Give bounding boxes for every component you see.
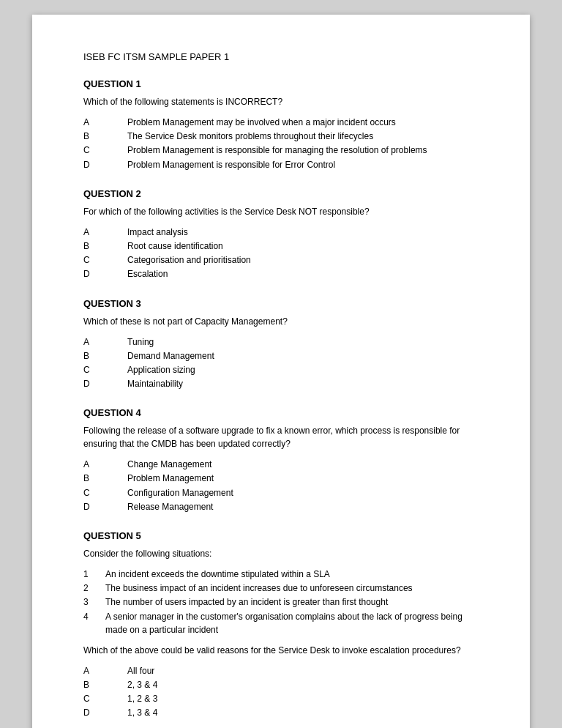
question-1-heading: QUESTION 1 (83, 78, 479, 89)
list-item: D Maintainability (83, 377, 479, 391)
question-2-block: QUESTION 2 For which of the following ac… (83, 188, 479, 282)
question-4-text: Following the release of a software upgr… (83, 424, 479, 450)
question-4-heading: QUESTION 4 (83, 407, 479, 418)
document-title: ISEB FC ITSM SAMPLE PAPER 1 (83, 51, 479, 62)
option-letter: A (83, 664, 127, 678)
question-1-options: A Problem Management may be involved whe… (83, 116, 479, 172)
num-text: A senior manager in the customer's organ… (105, 610, 479, 636)
option-text: Demand Management (127, 349, 479, 363)
list-item: B 2, 3 & 4 (83, 678, 479, 692)
option-letter: C (83, 363, 127, 377)
list-item: 3 The number of users impacted by an inc… (83, 595, 479, 609)
num-text: The business impact of an incident incre… (105, 582, 479, 595)
question-2-options: A Impact analysis B Root cause identific… (83, 226, 479, 282)
option-text: Impact analysis (127, 226, 479, 239)
num-label: 4 (83, 610, 105, 636)
num-text: An incident exceeds the downtime stipula… (105, 568, 479, 582)
option-letter: B (83, 678, 127, 692)
option-text: Categorisation and prioritisation (127, 253, 479, 267)
list-item: D Escalation (83, 267, 479, 281)
option-text: Root cause identification (127, 239, 479, 253)
list-item: A All four (83, 664, 479, 678)
option-letter: D (83, 267, 127, 281)
question-3-block: QUESTION 3 Which of these is not part of… (83, 298, 479, 392)
question-2-text: For which of the following activities is… (83, 205, 479, 218)
question-5-numbered-list: 1 An incident exceeds the downtime stipu… (83, 568, 479, 636)
option-letter: A (83, 226, 127, 239)
list-item: B The Service Desk monitors problems thr… (83, 130, 479, 144)
option-letter: C (83, 144, 127, 157)
question-5-follow-text: Which of the above could be valid reason… (83, 644, 479, 657)
question-4-block: QUESTION 4 Following the release of a so… (83, 407, 479, 514)
option-letter: D (83, 377, 127, 391)
option-text: Tuning (127, 335, 479, 349)
list-item: D Problem Management is responsible for … (83, 158, 479, 172)
option-text: Release Management (127, 500, 479, 514)
num-label: 3 (83, 595, 105, 609)
num-text: The number of users impacted by an incid… (105, 595, 479, 609)
list-item: A Change Management (83, 458, 479, 472)
option-letter: C (83, 692, 127, 706)
option-letter: B (83, 130, 127, 144)
question-5-block: QUESTION 5 Consider the following situat… (83, 530, 479, 720)
list-item: B Problem Management (83, 472, 479, 486)
option-letter: D (83, 500, 127, 514)
option-letter: A (83, 335, 127, 349)
list-item: 2 The business impact of an incident inc… (83, 582, 479, 595)
list-item: C Problem Management is responsible for … (83, 144, 479, 157)
num-label: 1 (83, 568, 105, 582)
option-text: Escalation (127, 267, 479, 281)
option-text: 1, 3 & 4 (127, 706, 479, 720)
option-letter: B (83, 349, 127, 363)
list-item: C Application sizing (83, 363, 479, 377)
list-item: B Demand Management (83, 349, 479, 363)
question-2-heading: QUESTION 2 (83, 188, 479, 199)
list-item: D 1, 3 & 4 (83, 706, 479, 720)
num-label: 2 (83, 582, 105, 595)
question-1-text: Which of the following statements is INC… (83, 95, 479, 108)
option-letter: A (83, 458, 127, 472)
question-5-heading: QUESTION 5 (83, 530, 479, 541)
option-text: 1, 2 & 3 (127, 692, 479, 706)
list-item: 1 An incident exceeds the downtime stipu… (83, 568, 479, 582)
option-letter: D (83, 706, 127, 720)
option-letter: B (83, 472, 127, 486)
question-4-options: A Change Management B Problem Management… (83, 458, 479, 514)
option-text: Problem Management may be involved when … (127, 116, 479, 130)
list-item: A Impact analysis (83, 226, 479, 239)
list-item: D Release Management (83, 500, 479, 514)
question-1-block: QUESTION 1 Which of the following statem… (83, 78, 479, 172)
list-item: 4 A senior manager in the customer's org… (83, 610, 479, 636)
option-text: All four (127, 664, 479, 678)
option-text: Problem Management is responsible for Er… (127, 158, 479, 172)
list-item: C Categorisation and prioritisation (83, 253, 479, 267)
option-letter: C (83, 253, 127, 267)
option-text: Maintainability (127, 377, 479, 391)
option-text: Problem Management (127, 472, 479, 486)
option-text: Problem Management is responsible for ma… (127, 144, 479, 157)
question-3-options: A Tuning B Demand Management C Applicati… (83, 335, 479, 392)
option-text: 2, 3 & 4 (127, 678, 479, 692)
question-3-heading: QUESTION 3 (83, 298, 479, 309)
question-3-text: Which of these is not part of Capacity M… (83, 315, 479, 328)
option-letter: C (83, 486, 127, 500)
option-text: Configuration Management (127, 486, 479, 500)
list-item: A Tuning (83, 335, 479, 349)
question-5-text: Consider the following situations: (83, 547, 479, 560)
question-5-options: A All four B 2, 3 & 4 C 1, 2 & 3 D 1, 3 … (83, 664, 479, 721)
list-item: C 1, 2 & 3 (83, 692, 479, 706)
list-item: C Configuration Management (83, 486, 479, 500)
option-letter: A (83, 116, 127, 130)
list-item: B Root cause identification (83, 239, 479, 253)
option-letter: D (83, 158, 127, 172)
list-item: A Problem Management may be involved whe… (83, 116, 479, 130)
option-letter: B (83, 239, 127, 253)
option-text: Application sizing (127, 363, 479, 377)
document-page: ISEB FC ITSM SAMPLE PAPER 1 QUESTION 1 W… (32, 15, 530, 728)
option-text: Change Management (127, 458, 479, 472)
option-text: The Service Desk monitors problems throu… (127, 130, 479, 144)
